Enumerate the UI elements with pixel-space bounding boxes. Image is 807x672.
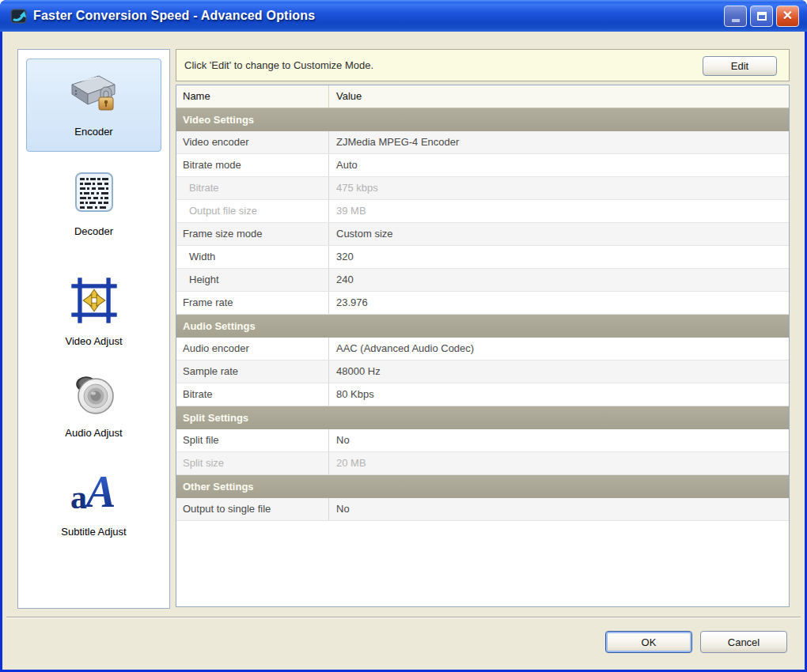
table-row: Width320 xyxy=(176,246,789,269)
table-row: Height240 xyxy=(176,269,789,292)
app-icon xyxy=(9,6,28,25)
sidebar-item-video-adjust[interactable]: Video Adjust xyxy=(18,274,169,347)
minimize-icon xyxy=(732,19,740,22)
decoder-card-icon xyxy=(18,167,169,221)
table-row: Sample rate48000 Hz xyxy=(176,361,789,383)
table-row: Split fileNo xyxy=(176,429,789,452)
sidebar-item-label: Decoder xyxy=(18,225,169,237)
row-name: Split size xyxy=(176,452,329,474)
svg-text:A: A xyxy=(84,467,116,516)
subtitle-aA-icon: a A xyxy=(18,467,169,521)
section-header: Split Settings xyxy=(176,406,789,429)
footer-divider xyxy=(6,617,801,618)
row-value: Custom size xyxy=(329,223,789,245)
table-row: Output file size39 MB xyxy=(176,200,789,223)
sidebar-item-encoder[interactable]: Encoder xyxy=(26,59,161,152)
row-name: Bitrate mode xyxy=(176,154,329,176)
row-value: 23.976 xyxy=(329,292,789,314)
cancel-button[interactable]: Cancel xyxy=(700,631,787,653)
row-value: Auto xyxy=(329,154,789,176)
row-value: 320 xyxy=(329,246,789,268)
row-value: No xyxy=(329,429,789,451)
close-button[interactable]: ✕ xyxy=(776,6,799,27)
row-value: 240 xyxy=(329,269,789,291)
sidebar-item-label: Subtitle Adjust xyxy=(18,526,169,538)
window-title: Faster Conversion Speed - Advanced Optio… xyxy=(33,9,724,23)
close-icon: ✕ xyxy=(782,9,793,22)
table-row: Bitrate modeAuto xyxy=(176,154,789,177)
row-name: Height xyxy=(176,269,329,291)
table-row: Output to single fileNo xyxy=(176,498,789,521)
sidebar-item-audio-adjust[interactable]: Audio Adjust xyxy=(18,368,169,439)
row-name: Audio encoder xyxy=(176,338,329,360)
table-row: Frame size modeCustom size xyxy=(176,223,789,246)
category-sidebar: Encoder xyxy=(17,49,170,609)
row-name: Output to single file xyxy=(176,498,329,520)
video-crop-arrows-icon xyxy=(18,274,169,330)
row-value: 475 kbps xyxy=(329,177,789,199)
minimize-button[interactable] xyxy=(724,6,747,27)
row-value: 80 Kbps xyxy=(329,383,789,406)
row-name: Video encoder xyxy=(176,131,329,153)
row-name: Bitrate xyxy=(176,177,329,199)
row-value: AAC (Advanced Audio Codec) xyxy=(329,338,789,360)
row-value: 48000 Hz xyxy=(329,361,789,383)
dialog-content: Encoder xyxy=(2,32,805,670)
table-row: Split size20 MB xyxy=(176,452,789,475)
row-name: Sample rate xyxy=(176,361,329,383)
sidebar-item-decoder[interactable]: Decoder xyxy=(18,167,169,237)
edit-button[interactable]: Edit xyxy=(703,56,777,76)
table-row: Audio encoderAAC (Advanced Audio Codec) xyxy=(176,338,789,361)
encoder-drive-lock-icon xyxy=(27,67,161,121)
table-row: Bitrate80 Kbps xyxy=(176,383,789,406)
svg-text:a: a xyxy=(70,479,87,515)
row-value: ZJMedia MPEG-4 Encoder xyxy=(329,131,789,153)
dialog-window: Faster Conversion Speed - Advanced Optio… xyxy=(0,0,807,672)
row-value: No xyxy=(329,498,789,520)
row-value: 39 MB xyxy=(329,200,789,222)
speaker-icon xyxy=(18,368,169,422)
settings-grid: Video SettingsVideo encoderZJMedia MPEG-… xyxy=(176,108,789,521)
row-name: Bitrate xyxy=(176,383,329,406)
table-row: Frame rate23.976 xyxy=(176,292,789,315)
row-name: Split file xyxy=(176,429,329,451)
sidebar-item-label: Video Adjust xyxy=(18,335,169,347)
row-value: 20 MB xyxy=(329,452,789,474)
mode-message: Click 'Edit' to change to Customize Mode… xyxy=(184,59,373,71)
grid-column-header: Name Value xyxy=(176,85,789,108)
row-name: Frame rate xyxy=(176,292,329,314)
mode-info-bar: Click 'Edit' to change to Customize Mode… xyxy=(176,49,790,81)
sidebar-item-subtitle-adjust[interactable]: a A Subtitle Adjust xyxy=(18,467,169,538)
maximize-button[interactable] xyxy=(750,6,773,27)
row-name: Frame size mode xyxy=(176,223,329,245)
sidebar-item-label: Audio Adjust xyxy=(18,427,169,439)
section-header: Video Settings xyxy=(176,108,789,131)
row-name: Width xyxy=(176,246,329,268)
row-name: Output file size xyxy=(176,200,329,222)
section-header: Other Settings xyxy=(176,475,789,498)
table-row: Video encoderZJMedia MPEG-4 Encoder xyxy=(176,131,789,154)
maximize-icon xyxy=(757,12,767,21)
settings-panel: Name Value Video SettingsVideo encoderZJ… xyxy=(176,85,790,607)
title-bar[interactable]: Faster Conversion Speed - Advanced Optio… xyxy=(0,0,807,32)
ok-button[interactable]: OK xyxy=(605,631,692,653)
table-row: Bitrate475 kbps xyxy=(176,177,789,200)
sidebar-item-label: Encoder xyxy=(27,126,161,138)
column-header-value: Value xyxy=(329,85,789,108)
column-header-name: Name xyxy=(176,85,329,108)
section-header: Audio Settings xyxy=(176,315,789,338)
